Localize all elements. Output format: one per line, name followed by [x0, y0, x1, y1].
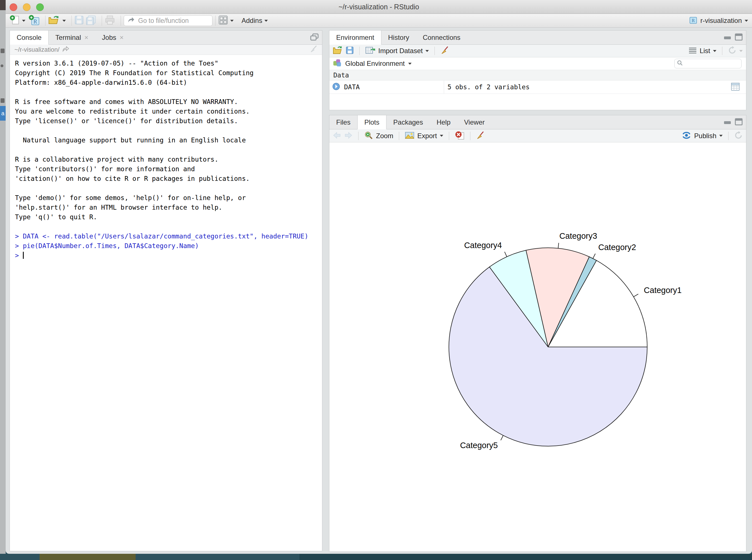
publish-label[interactable]: Publish	[694, 132, 716, 140]
tab-environment[interactable]: Environment	[329, 31, 381, 45]
close-icon[interactable]: ×	[120, 34, 123, 41]
environment-toolbar: Import Dataset List	[329, 45, 746, 57]
main-toolbar: R	[6, 14, 752, 28]
export-plot-icon[interactable]	[405, 131, 414, 141]
project-caret	[745, 20, 748, 22]
console-output[interactable]: R version 3.6.1 (2019-07-05) -- "Action …	[10, 55, 322, 551]
expand-object-icon[interactable]	[332, 82, 340, 92]
refresh-plot-icon[interactable]	[734, 131, 743, 141]
tab-history[interactable]: History	[381, 31, 416, 44]
tab-connections[interactable]: Connections	[416, 31, 467, 44]
tab-packages[interactable]: Packages	[386, 115, 430, 129]
tab-console-label: Console	[17, 34, 42, 42]
background-selected-item: a	[0, 106, 6, 121]
pie-label-tick	[501, 435, 503, 440]
list-view-label[interactable]: List	[700, 47, 710, 55]
new-file-menu-caret[interactable]	[22, 20, 25, 22]
print-icon[interactable]	[105, 15, 115, 26]
project-menu[interactable]: R r-visualization	[689, 16, 748, 25]
pane-layout-caret[interactable]	[230, 20, 233, 22]
view-data-grid-icon[interactable]	[731, 82, 740, 93]
svg-text:R: R	[692, 18, 695, 23]
tab-terminal-label: Terminal	[55, 34, 81, 42]
publish-icon[interactable]	[682, 131, 691, 141]
console-output-line: Natural language support but running in …	[15, 135, 320, 145]
close-icon[interactable]: ×	[84, 34, 88, 41]
new-file-icon[interactable]	[9, 15, 20, 26]
clear-all-plots-broom-icon[interactable]	[476, 131, 485, 141]
remove-plot-icon[interactable]	[455, 131, 464, 141]
project-cube-icon: R	[689, 16, 697, 25]
tab-jobs[interactable]: Jobs ×	[95, 31, 130, 44]
tab-viewer[interactable]: Viewer	[458, 115, 491, 129]
environment-object-row[interactable]: DATA 5 obs. of 2 variables	[329, 81, 746, 94]
import-dataset-caret[interactable]	[425, 50, 429, 52]
import-dataset-label[interactable]: Import Dataset	[378, 47, 423, 55]
pie-label-Category5: Category5	[460, 441, 498, 450]
maximize-pane-icon[interactable]	[310, 33, 319, 42]
console-input-line: > DATA <- read.table("/Users/lsalazar/co…	[15, 232, 320, 241]
pie-label-Category3: Category3	[559, 232, 597, 240]
tab-help[interactable]: Help	[430, 115, 457, 129]
pane-layout-icon[interactable]	[218, 15, 228, 26]
open-recent-caret[interactable]	[62, 20, 66, 22]
plot-display-area: Category1Category2Category3Category4Cate…	[329, 142, 746, 552]
save-all-icon[interactable]	[86, 15, 96, 26]
save-icon[interactable]	[75, 16, 84, 26]
open-file-icon[interactable]	[48, 15, 60, 26]
goto-file-search[interactable]	[124, 15, 212, 26]
maximize-pane-icon[interactable]	[735, 33, 743, 42]
zoom-plot-label[interactable]: Zoom	[376, 132, 393, 140]
zoom-window-button[interactable]	[36, 3, 44, 11]
tab-jobs-label: Jobs	[102, 34, 116, 42]
environment-scope-row: Global Environment	[329, 57, 746, 70]
project-name: r-visualization	[700, 17, 742, 25]
data-section-label: Data	[333, 72, 349, 79]
console-output-line: Platform: x86_64-apple-darwin15.6.0 (64-…	[15, 78, 320, 87]
load-workspace-icon[interactable]	[333, 46, 343, 56]
goto-file-input[interactable]	[138, 17, 201, 25]
minimize-pane-icon[interactable]	[724, 34, 731, 41]
refresh-icon[interactable]	[728, 46, 736, 56]
list-view-caret[interactable]	[713, 50, 716, 52]
pie-label-tick	[593, 254, 595, 259]
publish-caret[interactable]	[719, 135, 723, 137]
svg-text:R: R	[33, 18, 37, 25]
environment-search-input[interactable]	[683, 60, 752, 67]
zoom-plot-icon[interactable]	[364, 131, 373, 141]
search-icon	[677, 60, 683, 67]
tab-terminal[interactable]: Terminal ×	[48, 31, 95, 44]
addins-menu[interactable]: Addins	[242, 17, 268, 25]
previous-plot-icon[interactable]	[333, 132, 341, 140]
list-view-icon[interactable]	[688, 47, 697, 55]
save-workspace-icon[interactable]	[346, 46, 354, 55]
desktop-wallpaper-strip	[0, 554, 752, 560]
maximize-pane-icon[interactable]	[735, 118, 743, 126]
global-environment-caret[interactable]	[408, 63, 412, 65]
tab-files[interactable]: Files	[329, 115, 357, 129]
plots-toolbar: Zoom Export Publish	[329, 129, 746, 142]
goto-directory-icon[interactable]	[62, 46, 69, 54]
console-output-line: 'help.start()' for an HTML browser inter…	[15, 203, 320, 212]
clear-console-broom-icon[interactable]	[310, 45, 318, 55]
minimize-window-button[interactable]	[23, 3, 31, 11]
tab-console[interactable]: Console	[10, 31, 48, 45]
minimize-pane-icon[interactable]	[724, 119, 731, 126]
import-dataset-icon[interactable]	[365, 46, 375, 56]
refresh-caret[interactable]	[739, 50, 743, 52]
global-environment-label[interactable]: Global Environment	[345, 60, 405, 67]
wallpaper-detail	[300, 554, 752, 560]
clear-environment-broom-icon[interactable]	[441, 46, 449, 56]
console-input-line: >	[15, 251, 320, 260]
console-output-line	[15, 183, 320, 193]
new-project-icon[interactable]: R	[28, 15, 40, 26]
next-plot-icon[interactable]	[344, 132, 352, 140]
export-plot-caret[interactable]	[440, 135, 443, 137]
pie-chart: Category1Category2Category3Category4Cate…	[329, 142, 746, 553]
console-output-line: Type 'contributors()' for more informati…	[15, 164, 320, 174]
environment-search[interactable]	[674, 59, 741, 68]
titlebar[interactable]: ~/r-visualization - RStudio	[6, 0, 752, 14]
close-window-button[interactable]	[9, 3, 17, 11]
export-plot-label[interactable]: Export	[417, 132, 437, 140]
tab-plots[interactable]: Plots	[357, 115, 386, 129]
